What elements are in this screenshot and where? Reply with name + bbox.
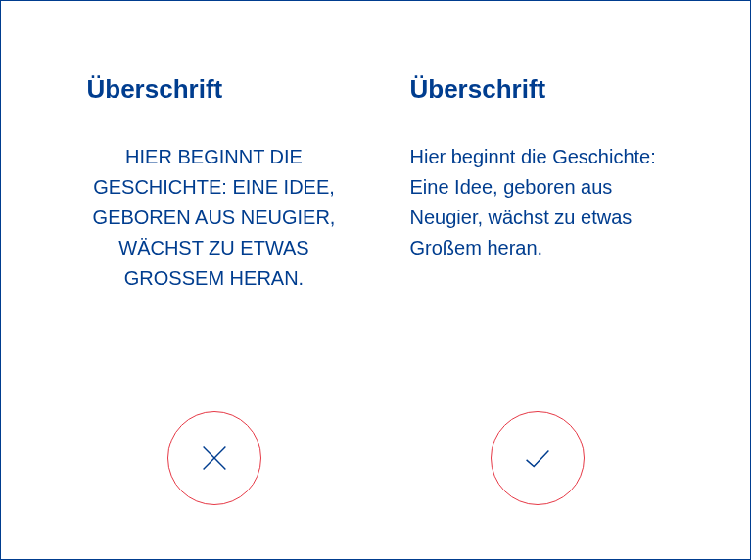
icon-wrapper-right xyxy=(410,411,665,520)
comparison-container: Überschrift HIER BEGINNT DIE GESCHICHTE:… xyxy=(1,1,750,559)
cross-icon xyxy=(167,411,261,505)
column-correct: Überschrift Hier beginnt die Geschichte:… xyxy=(410,74,665,520)
body-text-uppercase: HIER BEGINNT DIE GESCHICHTE: EINE IDEE, … xyxy=(87,142,342,294)
heading-right: Überschrift xyxy=(410,74,665,105)
icon-wrapper-left xyxy=(87,411,342,520)
column-wrong: Überschrift HIER BEGINNT DIE GESCHICHTE:… xyxy=(87,74,342,520)
check-icon xyxy=(491,411,585,505)
body-text-normal: Hier beginnt die Geschichte: Eine Idee, … xyxy=(410,142,665,263)
heading-left: Überschrift xyxy=(87,74,342,105)
